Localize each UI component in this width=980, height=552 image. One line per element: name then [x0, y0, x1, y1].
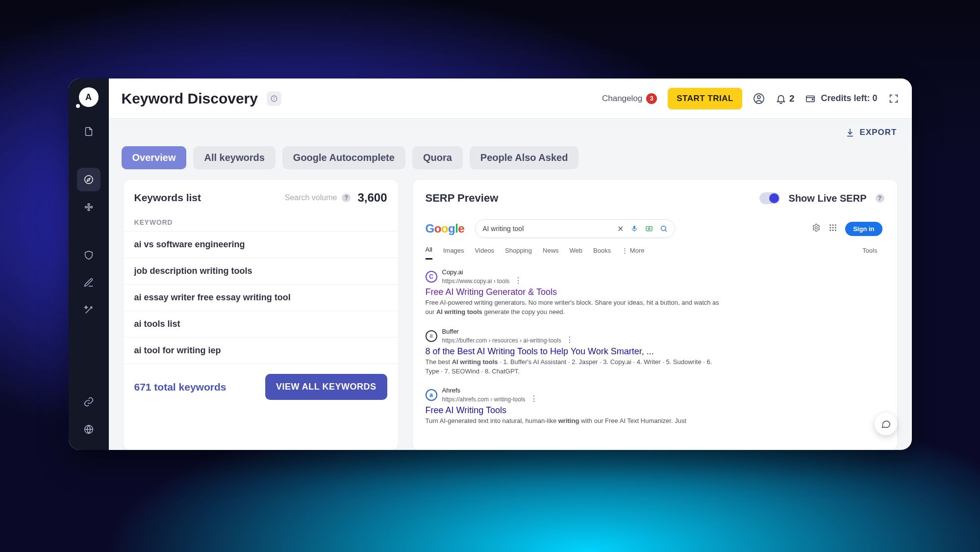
google-search-input[interactable]	[482, 225, 611, 233]
search-icon[interactable]	[660, 225, 668, 233]
svg-point-8	[274, 97, 275, 98]
account-button[interactable]	[753, 93, 765, 105]
kebab-icon[interactable]: ⋮	[563, 336, 577, 344]
fullscreen-button[interactable]	[888, 93, 899, 104]
lens-icon[interactable]	[645, 225, 653, 233]
content: Keywords list Search volume ? 3,600 KEYW…	[109, 180, 912, 450]
info-icon	[271, 95, 277, 102]
help-icon[interactable]: ?	[342, 193, 351, 202]
user-icon	[753, 93, 765, 105]
keywords-header: Keywords list Search volume ? 3,600	[124, 180, 398, 211]
info-button[interactable]	[267, 91, 281, 106]
keyword-row[interactable]: ai tool for writing iep	[124, 338, 398, 364]
google-tab-all[interactable]: All	[426, 242, 432, 260]
credits-label: Credits left: 0	[821, 93, 877, 104]
google-tab-more[interactable]: ⋮ More	[622, 243, 644, 259]
result-source: C Copy.ai https://www.copy.ai › tools ⋮	[426, 268, 720, 285]
serp-title: SERP Preview	[426, 192, 499, 205]
start-trial-button[interactable]: START TRIAL	[668, 88, 742, 109]
svg-point-12	[812, 99, 813, 100]
kebab-icon[interactable]: ⋮	[511, 276, 525, 285]
svg-point-21	[832, 227, 834, 229]
keywords-footer: 671 total keywords VIEW ALL KEYWORDS	[124, 364, 398, 410]
google-search-box[interactable]: ✕	[475, 219, 675, 238]
view-all-keywords-button[interactable]: VIEW ALL KEYWORDS	[265, 374, 387, 400]
keyword-row[interactable]: job description writing tools	[124, 258, 398, 285]
sidebar-item-settings[interactable]	[77, 418, 101, 441]
changelog-label: Changelog	[602, 94, 642, 104]
keyword-row[interactable]: ai tools list	[124, 311, 398, 338]
svg-point-3	[90, 206, 92, 208]
keyword-row[interactable]: ai essay writer free essay writing tool	[124, 285, 398, 311]
tab-all-keywords[interactable]: All keywords	[193, 146, 275, 169]
result-favicon: C	[426, 271, 437, 283]
google-tab-images[interactable]: Images	[443, 243, 464, 259]
svg-point-4	[88, 209, 90, 211]
sidebar-item-flower[interactable]	[77, 195, 101, 219]
live-serp-toggle[interactable]	[759, 192, 780, 204]
google-tab-books[interactable]: Books	[593, 243, 611, 259]
svg-point-19	[835, 224, 836, 226]
sidebar-item-magic[interactable]	[77, 298, 101, 322]
search-volume-value: 3,600	[357, 191, 387, 205]
google-results: C Copy.ai https://www.copy.ai › tools ⋮ …	[426, 260, 892, 428]
credits-display[interactable]: Credits left: 0	[805, 93, 877, 104]
apps-icon[interactable]	[829, 223, 837, 234]
result-source-text: Copy.ai https://www.copy.ai › tools ⋮	[442, 268, 525, 285]
topbar-right: Changelog 3 START TRIAL 2 Credits left: …	[602, 88, 899, 109]
result-title-link[interactable]: 8 of the Best AI Writing Tools to Help Y…	[426, 344, 720, 358]
google-topbar: Google ✕	[426, 214, 892, 241]
google-tools[interactable]: Tools	[862, 247, 892, 254]
sidebar-item-edit[interactable]	[77, 271, 101, 294]
tab-google-autocomplete[interactable]: Google Autocomplete	[282, 146, 405, 169]
svg-point-18	[832, 224, 834, 226]
google-signin-button[interactable]: Sign in	[845, 222, 882, 236]
google-tab-shopping[interactable]: Shopping	[505, 243, 532, 259]
svg-point-24	[832, 230, 834, 231]
google-tab-web[interactable]: Web	[570, 243, 583, 259]
wand-icon	[83, 305, 94, 315]
help-icon[interactable]: ?	[876, 194, 884, 203]
google-tabs: AllImagesVideosShoppingNewsWebBooks⋮ Mor…	[426, 241, 645, 260]
google-top-right: Sign in	[812, 222, 882, 236]
export-button[interactable]: EXPORT	[845, 128, 897, 137]
changelog-count-badge: 3	[646, 93, 657, 104]
changelog-link[interactable]: Changelog 3	[602, 93, 657, 104]
keyword-row[interactable]: ai vs software engineering	[124, 232, 398, 258]
app-logo[interactable]: A	[79, 87, 99, 107]
notifications-button[interactable]: 2	[776, 93, 795, 104]
result-source-text: Buffer https://buffer.com › resources › …	[442, 328, 577, 344]
result-title-link[interactable]: Free AI Writing Tools	[426, 403, 720, 417]
sidebar-item-document[interactable]	[77, 120, 101, 143]
result-title-link[interactable]: Free AI Writing Generator & Tools	[426, 285, 720, 298]
search-volume-label: Search volume	[285, 193, 337, 202]
clear-icon[interactable]: ✕	[617, 224, 624, 234]
keywords-title: Keywords list	[134, 192, 201, 204]
result-url: https://ahrefs.com › writing-tools ⋮	[442, 394, 541, 403]
fullscreen-icon	[888, 93, 899, 104]
tab-quora[interactable]: Quora	[412, 146, 463, 169]
chat-fab[interactable]	[875, 413, 897, 435]
gear-icon[interactable]	[812, 223, 821, 234]
live-serp-label: Show Live SERP	[789, 193, 867, 204]
google-tab-news[interactable]: News	[543, 243, 559, 259]
sidebar-item-shield[interactable]	[77, 243, 101, 267]
tab-overview[interactable]: Overview	[122, 146, 187, 169]
svg-point-23	[829, 230, 831, 231]
svg-point-17	[829, 224, 831, 226]
mic-icon[interactable]	[630, 225, 638, 233]
serp-body: Google ✕	[426, 214, 892, 450]
keywords-panel: Keywords list Search volume ? 3,600 KEYW…	[124, 180, 398, 450]
tab-people-also-asked[interactable]: People Also Asked	[470, 146, 579, 169]
kebab-icon[interactable]: ⋮	[527, 394, 541, 403]
result-source: ≡ Buffer https://buffer.com › resources …	[426, 328, 720, 344]
svg-point-15	[661, 226, 666, 231]
svg-point-14	[648, 228, 650, 230]
result-favicon: a	[426, 389, 437, 401]
sidebar-item-link[interactable]	[77, 390, 101, 414]
svg-point-0	[84, 176, 93, 184]
globe-icon	[83, 424, 94, 435]
serp-header-right: Show Live SERP ?	[759, 192, 884, 204]
sidebar-item-explore[interactable]	[77, 168, 101, 191]
google-tab-videos[interactable]: Videos	[475, 243, 495, 259]
